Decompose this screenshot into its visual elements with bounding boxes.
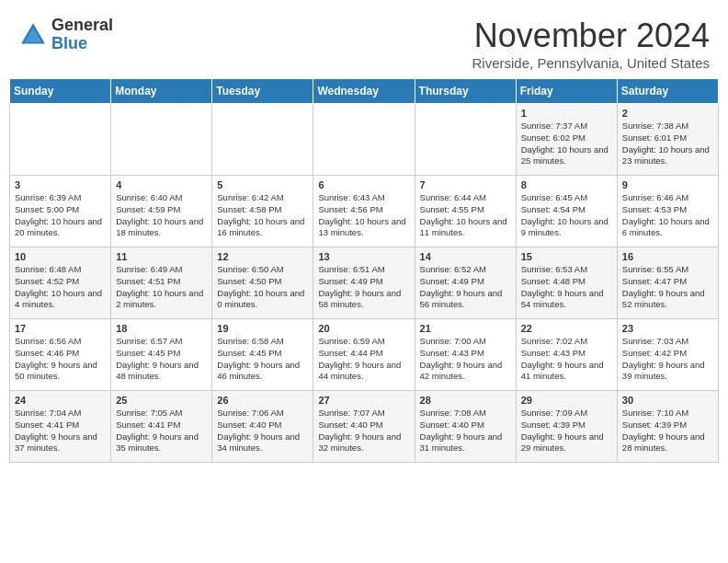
weekday-header-thursday: Thursday: [415, 79, 516, 104]
day-info: Sunrise: 7:02 AMSunset: 4:43 PMDaylight:…: [521, 336, 612, 383]
week-row-4: 17Sunrise: 6:56 AMSunset: 4:46 PMDayligh…: [10, 319, 719, 391]
day-info: Sunrise: 7:08 AMSunset: 4:40 PMDaylight:…: [420, 408, 511, 454]
day-info: Sunrise: 6:56 AMSunset: 4:46 PMDaylight:…: [15, 336, 106, 383]
month-title: November 2024: [472, 17, 710, 55]
day-number: 23: [622, 323, 713, 334]
logo-general: General: [51, 17, 113, 35]
day-info: Sunrise: 6:45 AMSunset: 4:54 PMDaylight:…: [521, 192, 612, 239]
day-info: Sunrise: 7:03 AMSunset: 4:42 PMDaylight:…: [622, 336, 713, 383]
calendar-cell: 10Sunrise: 6:48 AMSunset: 4:52 PMDayligh…: [10, 247, 111, 319]
calendar-cell: 6Sunrise: 6:43 AMSunset: 4:56 PMDaylight…: [313, 176, 415, 247]
day-number: 9: [622, 179, 713, 190]
page-header: General Blue November 2024 Riverside, Pe…: [0, 0, 728, 78]
calendar-cell: 1Sunrise: 7:37 AMSunset: 6:02 PMDaylight…: [516, 104, 617, 176]
calendar-cell: 16Sunrise: 6:55 AMSunset: 4:47 PMDayligh…: [617, 247, 718, 319]
day-number: 29: [521, 395, 612, 406]
day-number: 11: [116, 251, 207, 262]
day-info: Sunrise: 7:09 AMSunset: 4:39 PMDaylight:…: [521, 408, 612, 454]
calendar-cell: [313, 104, 415, 176]
day-info: Sunrise: 6:49 AMSunset: 4:51 PMDaylight:…: [116, 264, 207, 311]
day-info: Sunrise: 7:05 AMSunset: 4:41 PMDaylight:…: [116, 408, 207, 454]
logo-text: General Blue: [51, 17, 113, 53]
day-number: 25: [116, 395, 207, 406]
calendar-cell: 5Sunrise: 6:42 AMSunset: 4:58 PMDaylight…: [212, 176, 313, 247]
calendar-table: SundayMondayTuesdayWednesdayThursdayFrid…: [9, 78, 719, 463]
day-info: Sunrise: 6:43 AMSunset: 4:56 PMDaylight:…: [318, 192, 409, 239]
day-number: 8: [521, 179, 612, 190]
week-row-1: 1Sunrise: 7:37 AMSunset: 6:02 PMDaylight…: [10, 104, 719, 176]
calendar-cell: [111, 104, 212, 176]
calendar-cell: 26Sunrise: 7:06 AMSunset: 4:40 PMDayligh…: [212, 391, 313, 463]
weekday-header-friday: Friday: [516, 79, 617, 104]
calendar-cell: 9Sunrise: 6:46 AMSunset: 4:53 PMDaylight…: [617, 176, 718, 247]
calendar-cell: 7Sunrise: 6:44 AMSunset: 4:55 PMDaylight…: [415, 176, 516, 247]
week-row-3: 10Sunrise: 6:48 AMSunset: 4:52 PMDayligh…: [10, 247, 719, 319]
day-number: 18: [116, 323, 207, 334]
day-info: Sunrise: 7:00 AMSunset: 4:43 PMDaylight:…: [420, 336, 511, 383]
day-number: 2: [622, 108, 713, 119]
day-info: Sunrise: 7:38 AMSunset: 6:01 PMDaylight:…: [622, 121, 713, 167]
logo-icon: [18, 20, 48, 50]
day-info: Sunrise: 6:53 AMSunset: 4:48 PMDaylight:…: [521, 264, 612, 311]
day-info: Sunrise: 6:58 AMSunset: 4:45 PMDaylight:…: [217, 336, 308, 383]
calendar-cell: 17Sunrise: 6:56 AMSunset: 4:46 PMDayligh…: [10, 319, 111, 391]
calendar-cell: 13Sunrise: 6:51 AMSunset: 4:49 PMDayligh…: [313, 247, 415, 319]
day-number: 24: [15, 395, 106, 406]
day-number: 14: [420, 251, 511, 262]
day-info: Sunrise: 7:37 AMSunset: 6:02 PMDaylight:…: [521, 121, 612, 167]
calendar-cell: 30Sunrise: 7:10 AMSunset: 4:39 PMDayligh…: [617, 391, 718, 463]
calendar-cell: [212, 104, 313, 176]
day-info: Sunrise: 7:04 AMSunset: 4:41 PMDaylight:…: [15, 408, 106, 454]
week-row-5: 24Sunrise: 7:04 AMSunset: 4:41 PMDayligh…: [10, 391, 719, 463]
calendar-cell: 24Sunrise: 7:04 AMSunset: 4:41 PMDayligh…: [10, 391, 111, 463]
location: Riverside, Pennsylvania, United States: [472, 55, 710, 71]
logo-blue: Blue: [51, 35, 113, 53]
calendar-cell: 28Sunrise: 7:08 AMSunset: 4:40 PMDayligh…: [415, 391, 516, 463]
calendar-cell: [415, 104, 516, 176]
day-number: 26: [217, 395, 308, 406]
calendar-cell: 29Sunrise: 7:09 AMSunset: 4:39 PMDayligh…: [516, 391, 617, 463]
day-number: 10: [15, 251, 106, 262]
title-block: November 2024 Riverside, Pennsylvania, U…: [472, 17, 710, 71]
day-number: 20: [318, 323, 409, 334]
day-info: Sunrise: 6:48 AMSunset: 4:52 PMDaylight:…: [15, 264, 106, 311]
calendar-cell: 27Sunrise: 7:07 AMSunset: 4:40 PMDayligh…: [313, 391, 415, 463]
weekday-header-wednesday: Wednesday: [313, 79, 415, 104]
day-number: 1: [521, 108, 612, 119]
weekday-header-monday: Monday: [111, 79, 212, 104]
day-number: 27: [318, 395, 409, 406]
calendar-cell: 18Sunrise: 6:57 AMSunset: 4:45 PMDayligh…: [111, 319, 212, 391]
calendar-cell: 19Sunrise: 6:58 AMSunset: 4:45 PMDayligh…: [212, 319, 313, 391]
day-info: Sunrise: 6:40 AMSunset: 4:59 PMDaylight:…: [116, 192, 207, 239]
calendar-cell: 25Sunrise: 7:05 AMSunset: 4:41 PMDayligh…: [111, 391, 212, 463]
weekday-header-saturday: Saturday: [617, 79, 718, 104]
calendar-cell: 4Sunrise: 6:40 AMSunset: 4:59 PMDaylight…: [111, 176, 212, 247]
calendar-cell: 2Sunrise: 7:38 AMSunset: 6:01 PMDaylight…: [617, 104, 718, 176]
weekday-header-row: SundayMondayTuesdayWednesdayThursdayFrid…: [10, 79, 719, 104]
day-number: 16: [622, 251, 713, 262]
day-number: 3: [15, 179, 106, 190]
day-info: Sunrise: 6:59 AMSunset: 4:44 PMDaylight:…: [318, 336, 409, 383]
day-number: 5: [217, 179, 308, 190]
day-info: Sunrise: 6:51 AMSunset: 4:49 PMDaylight:…: [318, 264, 409, 311]
day-info: Sunrise: 7:10 AMSunset: 4:39 PMDaylight:…: [622, 408, 713, 454]
day-number: 30: [622, 395, 713, 406]
day-info: Sunrise: 7:07 AMSunset: 4:40 PMDaylight:…: [318, 408, 409, 454]
calendar-cell: 8Sunrise: 6:45 AMSunset: 4:54 PMDaylight…: [516, 176, 617, 247]
day-number: 28: [420, 395, 511, 406]
day-number: 17: [15, 323, 106, 334]
calendar-cell: 22Sunrise: 7:02 AMSunset: 4:43 PMDayligh…: [516, 319, 617, 391]
day-info: Sunrise: 6:44 AMSunset: 4:55 PMDaylight:…: [420, 192, 511, 239]
day-info: Sunrise: 6:57 AMSunset: 4:45 PMDaylight:…: [116, 336, 207, 383]
day-number: 6: [318, 179, 409, 190]
day-info: Sunrise: 6:39 AMSunset: 5:00 PMDaylight:…: [15, 192, 106, 239]
calendar-cell: 23Sunrise: 7:03 AMSunset: 4:42 PMDayligh…: [617, 319, 718, 391]
day-number: 7: [420, 179, 511, 190]
day-info: Sunrise: 6:50 AMSunset: 4:50 PMDaylight:…: [217, 264, 308, 311]
day-info: Sunrise: 7:06 AMSunset: 4:40 PMDaylight:…: [217, 408, 308, 454]
weekday-header-tuesday: Tuesday: [212, 79, 313, 104]
day-info: Sunrise: 6:55 AMSunset: 4:47 PMDaylight:…: [622, 264, 713, 311]
day-number: 13: [318, 251, 409, 262]
day-number: 22: [521, 323, 612, 334]
week-row-2: 3Sunrise: 6:39 AMSunset: 5:00 PMDaylight…: [10, 176, 719, 247]
